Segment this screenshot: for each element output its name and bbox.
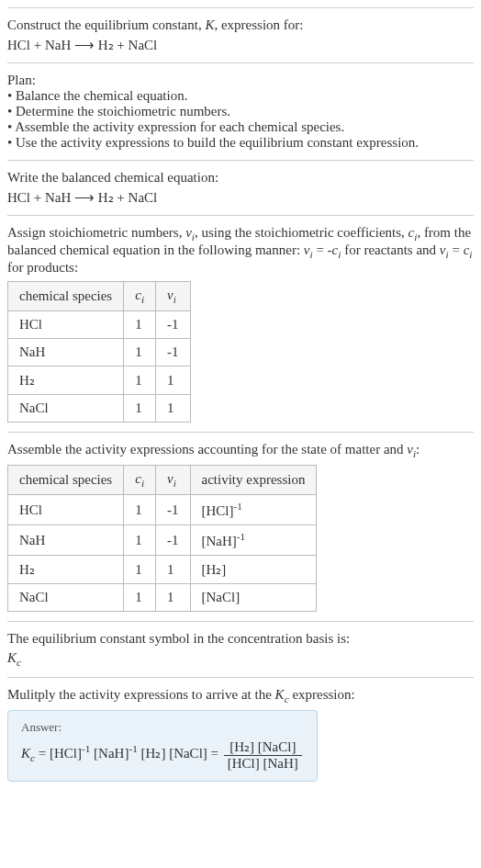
- col-species: chemical species: [8, 282, 124, 311]
- plan-heading: Plan:: [7, 73, 474, 88]
- table-row: NaCl 1 1 [NaCl]: [8, 584, 317, 612]
- answer-numerator: [H₂] [NaCl]: [224, 738, 302, 756]
- balanced-equation: HCl + NaH ⟶ H₂ + NaCl: [7, 189, 474, 206]
- cell-ci: 1: [124, 339, 156, 366]
- activity-section: Assemble the activity expressions accoun…: [7, 432, 474, 621]
- symbol-section: The equilibrium constant symbol in the c…: [7, 621, 474, 677]
- cell-vi: 1: [156, 395, 191, 423]
- multiply-section: Mulitply the activity expressions to arr…: [7, 677, 474, 791]
- balanced-heading: Write the balanced chemical equation:: [7, 170, 474, 186]
- col-vi: νi: [156, 466, 191, 495]
- answer-box: Answer: Kc = [HCl]-1 [NaH]-1 [H₂] [NaCl]…: [7, 710, 318, 782]
- activity-text: Assemble the activity expressions accoun…: [7, 442, 474, 459]
- cell-vi: -1: [156, 311, 191, 339]
- table-row: H₂ 1 1 [H₂]: [8, 556, 317, 584]
- col-activity: activity expression: [190, 466, 317, 495]
- table-row: NaH 1 -1 [NaH]-1: [8, 525, 317, 556]
- multiply-text: Mulitply the activity expressions to arr…: [7, 687, 474, 705]
- stoich-table: chemical species ci νi HCl 1 -1 NaH 1 -1…: [7, 281, 191, 423]
- answer-label: Answer:: [21, 720, 304, 735]
- cell-vi: 1: [156, 556, 191, 584]
- cell-vi: 1: [156, 366, 191, 395]
- answer-expression: Kc = [HCl]-1 [NaH]-1 [H₂] [NaCl] = [H₂] …: [21, 738, 304, 772]
- cell-activity: [NaCl]: [190, 584, 317, 612]
- plan-bullet: • Use the activity expressions to build …: [7, 135, 474, 151]
- answer-denominator: [HCl] [NaH]: [224, 756, 302, 772]
- cell-ci: 1: [124, 495, 156, 525]
- cell-vi: -1: [156, 525, 191, 556]
- table-row: HCl 1 -1 [HCl]-1: [8, 495, 317, 525]
- cell-ci: 1: [124, 395, 156, 423]
- table-row: H₂ 1 1: [8, 366, 191, 395]
- cell-species: HCl: [8, 495, 124, 525]
- cell-ci: 1: [124, 584, 156, 612]
- cell-species: NaCl: [8, 395, 124, 423]
- cell-ci: 1: [124, 525, 156, 556]
- cell-activity: [H₂]: [190, 556, 317, 584]
- cell-species: NaH: [8, 525, 124, 556]
- symbol-text: The equilibrium constant symbol in the c…: [7, 631, 474, 647]
- cell-vi: -1: [156, 339, 191, 366]
- stoich-text: Assign stoichiometric numbers, νi, using…: [7, 225, 474, 276]
- k-symbol: K: [205, 17, 214, 32]
- cell-vi: -1: [156, 495, 191, 525]
- cell-species: H₂: [8, 366, 124, 395]
- plan-bullet: • Assemble the activity expression for e…: [7, 119, 474, 135]
- plan-bullet: • Determine the stoichiometric numbers.: [7, 104, 474, 119]
- cell-species: NaCl: [8, 584, 124, 612]
- cell-vi: 1: [156, 584, 191, 612]
- table-row: HCl 1 -1: [8, 311, 191, 339]
- cell-species: NaH: [8, 339, 124, 366]
- intro-line1: Construct the equilibrium constant, K, e…: [7, 17, 474, 33]
- cell-ci: 1: [124, 556, 156, 584]
- cell-ci: 1: [124, 366, 156, 395]
- plan-section: Plan: • Balance the chemical equation. •…: [7, 62, 474, 160]
- balanced-section: Write the balanced chemical equation: HC…: [7, 160, 474, 215]
- cell-activity: [NaH]-1: [190, 525, 317, 556]
- cell-ci: 1: [124, 311, 156, 339]
- table-header-row: chemical species ci νi activity expressi…: [8, 466, 317, 495]
- col-ci: ci: [124, 466, 156, 495]
- table-row: NaH 1 -1: [8, 339, 191, 366]
- stoich-section: Assign stoichiometric numbers, νi, using…: [7, 215, 474, 432]
- table-header-row: chemical species ci νi: [8, 282, 191, 311]
- activity-table: chemical species ci νi activity expressi…: [7, 465, 317, 612]
- table-row: NaCl 1 1: [8, 395, 191, 423]
- plan-bullet: • Balance the chemical equation.: [7, 88, 474, 104]
- intro-equation: HCl + NaH ⟶ H₂ + NaCl: [7, 37, 474, 53]
- symbol-value: Kc: [7, 650, 474, 668]
- col-ci: ci: [124, 282, 156, 311]
- cell-species: HCl: [8, 311, 124, 339]
- cell-species: H₂: [8, 556, 124, 584]
- col-vi: νi: [156, 282, 191, 311]
- cell-activity: [HCl]-1: [190, 495, 317, 525]
- col-species: chemical species: [8, 466, 124, 495]
- intro-section: Construct the equilibrium constant, K, e…: [7, 7, 474, 62]
